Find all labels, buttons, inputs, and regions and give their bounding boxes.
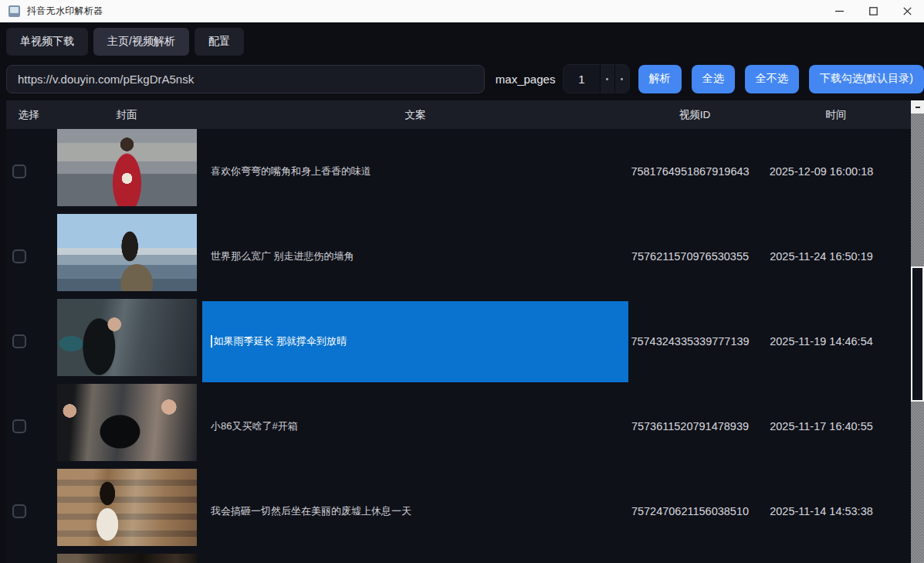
spinner-up-icon [606, 78, 608, 80]
minimize-icon [835, 7, 844, 15]
video-time: 2025-12-09 16:00:18 [761, 129, 911, 214]
tab-single-video-download[interactable]: 单视频下载 [6, 28, 88, 56]
app-icon [8, 5, 20, 17]
table-header: 选择 封面 文案 视频ID 时间 [6, 100, 911, 129]
scroll-up-arrow-icon [916, 107, 920, 108]
maximize-icon [869, 7, 878, 15]
video-id: 7581764951867919643 [628, 129, 761, 214]
header-caption: 文案 [202, 108, 628, 122]
video-time: 2025-11-19 14:46:54 [761, 299, 911, 384]
video-table: 选择 封面 文案 视频ID 时间 喜欢你弯弯的嘴角和身上香香的味道 758176… [6, 100, 911, 563]
table-row-partial [6, 554, 911, 563]
caption-cell[interactable]: 小86又买啥了#开箱 [202, 384, 628, 469]
caption-cell-selected[interactable]: 如果雨季延长 那就撑伞到放晴 [202, 301, 628, 382]
close-button[interactable] [890, 0, 924, 22]
scrollbar-trough[interactable] [911, 114, 924, 563]
video-id: 7572470621156038510 [628, 469, 761, 554]
video-time: 2025-11-14 14:53:38 [761, 469, 911, 554]
close-icon [903, 7, 912, 15]
tab-homepage-video-parse[interactable]: 主页/视频解析 [93, 28, 189, 56]
toolbar: max_pages 1 解析 全选 全不选 下载勾选(默认目录) [0, 64, 924, 93]
deselect-all-button[interactable]: 全不选 [745, 65, 799, 93]
row-checkbox[interactable] [12, 249, 26, 263]
download-checked-button[interactable]: 下载勾选(默认目录) [809, 65, 924, 93]
app-window: 单视频下载 主页/视频解析 配置 max_pages 1 解析 全选 全不选 下… [0, 22, 924, 563]
table-body: 喜欢你弯弯的嘴角和身上香香的味道 7581764951867919643 202… [6, 129, 911, 563]
parse-button[interactable]: 解析 [638, 65, 682, 93]
row-checkbox[interactable] [12, 504, 26, 518]
caption-cell[interactable]: 喜欢你弯弯的嘴角和身上香香的味道 [202, 129, 628, 214]
video-thumbnail[interactable] [57, 299, 197, 376]
table-row: 世界那么宽广 别走进悲伤的墙角 7576211570976530355 2025… [6, 214, 911, 299]
spinner-down-icon [621, 78, 623, 80]
video-thumbnail[interactable] [57, 469, 197, 546]
header-select: 选择 [6, 108, 51, 122]
vertical-scrollbar[interactable] [911, 100, 924, 563]
window-title: 抖音无水印解析器 [27, 5, 103, 18]
text-caret [211, 335, 212, 348]
tab-bar: 单视频下载 主页/视频解析 配置 [0, 22, 924, 56]
header-time: 时间 [761, 108, 911, 122]
caption-cell[interactable]: 世界那么宽广 别走进悲伤的墙角 [202, 214, 628, 299]
row-checkbox[interactable] [12, 419, 26, 433]
spinner-up-button[interactable] [600, 65, 614, 93]
url-input[interactable] [6, 65, 485, 93]
select-all-button[interactable]: 全选 [692, 65, 735, 93]
minimize-button[interactable] [822, 0, 856, 22]
titlebar: 抖音无水印解析器 [0, 0, 924, 22]
caption-cell[interactable]: 我会搞砸一切然后坐在美丽的废墟上休息一天 [202, 469, 628, 554]
row-checkbox[interactable] [12, 164, 26, 178]
spinner-down-button[interactable] [614, 65, 629, 93]
header-video-id: 视频ID [628, 108, 761, 122]
video-id: 7576211570976530355 [628, 214, 761, 299]
maximize-button[interactable] [856, 0, 890, 22]
video-id: 7573611520791478939 [628, 384, 761, 469]
scrollbar-up-button[interactable] [911, 100, 924, 114]
video-id: 7574324335339777139 [628, 299, 761, 384]
header-cover: 封面 [51, 108, 202, 122]
video-thumbnail[interactable] [57, 554, 197, 563]
max-pages-label: max_pages [496, 73, 556, 86]
video-thumbnail[interactable] [57, 384, 197, 461]
caption-text: 如果雨季延长 那就撑伞到放晴 [214, 334, 347, 348]
table-row: 小86又买啥了#开箱 7573611520791478939 2025-11-1… [6, 384, 911, 469]
tab-config[interactable]: 配置 [195, 28, 244, 56]
row-checkbox[interactable] [12, 334, 26, 348]
video-thumbnail[interactable] [57, 129, 197, 206]
scrollbar-thumb[interactable] [911, 266, 924, 402]
video-thumbnail[interactable] [57, 214, 197, 291]
table-row: 如果雨季延长 那就撑伞到放晴 7574324335339777139 2025-… [6, 299, 911, 384]
video-time: 2025-11-24 16:50:19 [761, 214, 911, 299]
table-row: 喜欢你弯弯的嘴角和身上香香的味道 7581764951867919643 202… [6, 129, 911, 214]
max-pages-spinner[interactable]: 1 [563, 64, 629, 93]
table-row: 我会搞砸一切然后坐在美丽的废墟上休息一天 7572470621156038510… [6, 469, 911, 554]
video-time: 2025-11-17 16:40:55 [761, 384, 911, 469]
max-pages-value[interactable]: 1 [564, 65, 599, 93]
